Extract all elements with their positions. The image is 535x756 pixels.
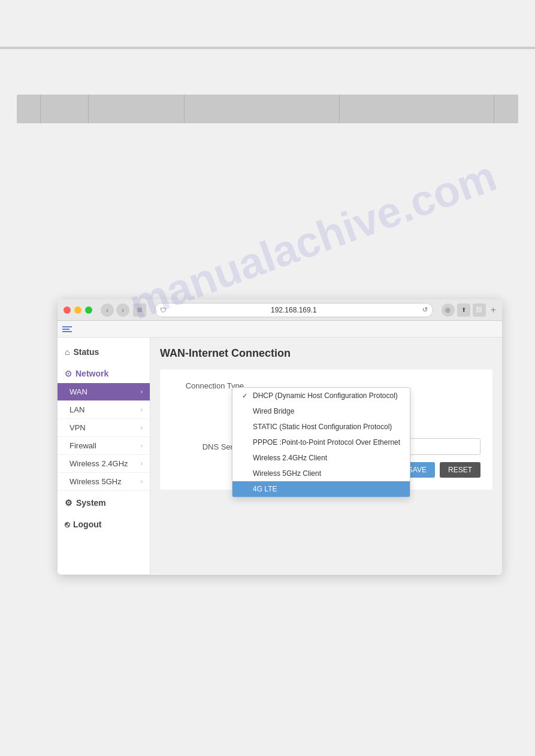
header-cell-2: [41, 95, 89, 123]
maximize-button[interactable]: [85, 306, 92, 314]
network-icon: ⊙: [65, 369, 72, 378]
reset-button[interactable]: RESET: [440, 462, 480, 478]
content-card: Connection Type ✓ DHCP (Dynamic Host Con…: [160, 369, 492, 490]
sidebar-system-label: System: [76, 498, 106, 508]
new-tab-button[interactable]: +: [491, 305, 496, 315]
sidebar-wireless24-arrow: ›: [141, 460, 143, 467]
bookmarks-button[interactable]: ⬜: [473, 303, 486, 317]
sidebar-status-label: Status: [73, 347, 99, 357]
header-cell-6: [494, 95, 518, 123]
header-cell-4: [185, 95, 340, 123]
dropdown-item-static[interactable]: STATIC (Static Host Configuration Protoc…: [232, 419, 410, 435]
minimize-button[interactable]: [74, 306, 81, 314]
sidebar-item-lan[interactable]: LAN ›: [58, 401, 150, 419]
browser-window: ‹ › ⊞ 🛡 192.168.169.1 ↺ ◎ ⬆ ⬜ +: [58, 299, 502, 575]
sidebar-item-vpn[interactable]: VPN ›: [58, 419, 150, 437]
sidebar-network-header[interactable]: ⊙ Network: [58, 364, 150, 383]
header-cell-1: [17, 95, 41, 123]
dropdown-container: ✓ DHCP (Dynamic Host Configuration Proto…: [232, 387, 410, 497]
dropdown-4glte-label: 4G LTE: [253, 485, 277, 493]
url-text: 192.168.169.1: [271, 306, 317, 314]
bookmark-line-1: [62, 326, 72, 327]
dropdown-item-wireless24[interactable]: Wireless 2.4GHz Client: [232, 450, 410, 466]
dropdown-item-pppoe[interactable]: PPPOE :Point-to-Point Protocol Over Ethe…: [232, 435, 410, 450]
sidebar-vpn-label: VPN: [69, 423, 86, 432]
reader-button[interactable]: ⊞: [133, 303, 146, 317]
header-bar: [17, 95, 518, 123]
dropdown-menu: ✓ DHCP (Dynamic Host Configuration Proto…: [232, 387, 410, 497]
dropdown-wireless24-label: Wireless 2.4GHz Client: [253, 454, 327, 462]
dropdown-pppoe-label: PPPOE :Point-to-Point Protocol Over Ethe…: [253, 438, 400, 447]
sidebar-wan-arrow: ›: [141, 388, 143, 395]
dropdown-item-4g-lte[interactable]: 4G LTE: [232, 481, 410, 497]
sidebar-network-label: Network: [75, 369, 108, 378]
bookmark-line-2: [62, 329, 69, 330]
app-content: ⌂ Status ⊙ Network WAN › LAN ›: [58, 338, 502, 574]
sidebar-logout-label: Logout: [73, 520, 101, 529]
sidebar-firewall-label: Firewall: [69, 441, 96, 450]
sidebar-header-logout[interactable]: ⎋ Logout: [58, 515, 150, 534]
close-button[interactable]: [64, 306, 71, 314]
bookmarks-bar: [58, 321, 502, 338]
forward-button[interactable]: ›: [116, 303, 129, 317]
bookmark-line-3: [62, 331, 72, 332]
dropdown-item-dhcp[interactable]: ✓ DHCP (Dynamic Host Configuration Proto…: [232, 388, 410, 403]
sidebar-item-firewall[interactable]: Firewall ›: [58, 437, 150, 455]
top-divider: [0, 47, 535, 49]
page-title: WAN-Internet Connection: [160, 347, 492, 360]
main-content: WAN-Internet Connection Connection Type …: [150, 338, 502, 574]
browser-actions: ◎ ⬆ ⬜ +: [442, 303, 496, 317]
header-cell-5: [340, 95, 495, 123]
sidebar-lan-label: LAN: [69, 405, 84, 414]
header-cell-3: [89, 95, 185, 123]
dropdown-item-wired-bridge[interactable]: Wired Bridge: [232, 403, 410, 419]
address-bar[interactable]: 🛡 192.168.169.1 ↺: [155, 303, 433, 317]
sidebar-section-status: ⌂ Status: [58, 342, 150, 362]
sidebar-item-wireless24[interactable]: Wireless 2.4GHz ›: [58, 455, 150, 473]
dropdown-dhcp-label: DHCP (Dynamic Host Configuration Protoco…: [253, 391, 398, 400]
logout-icon: ⎋: [65, 520, 69, 529]
dropdown-wired-bridge-label: Wired Bridge: [253, 407, 294, 415]
home-icon: ⌂: [65, 347, 69, 357]
sidebar-wireless5-label: Wireless 5GHz: [69, 477, 122, 486]
sidebar-item-wireless5[interactable]: Wireless 5GHz ›: [58, 473, 150, 491]
sidebar-section-logout: ⎋ Logout: [58, 515, 150, 534]
sidebar-wan-label: WAN: [69, 387, 87, 396]
shield-icon: 🛡: [160, 306, 167, 314]
browser-nav: ‹ ›: [101, 303, 129, 317]
sidebar-item-wan[interactable]: WAN ›: [58, 383, 150, 401]
sidebar-header-status[interactable]: ⌂ Status: [58, 342, 150, 362]
dropdown-wireless5-label: Wireless 5GHz Client: [253, 469, 321, 478]
bookmark-list-icon[interactable]: [62, 326, 72, 332]
dropdown-static-label: STATIC (Static Host Configuration Protoc…: [253, 423, 392, 431]
back-button[interactable]: ‹: [101, 303, 114, 317]
sidebar-header-system[interactable]: ⚙ System: [58, 493, 150, 512]
dropdown-item-wireless5[interactable]: Wireless 5GHz Client: [232, 466, 410, 481]
downloads-button[interactable]: ◎: [442, 303, 455, 317]
check-icon: ✓: [242, 392, 249, 400]
form-row-connection-type: Connection Type ✓ DHCP (Dynamic Host Con…: [172, 381, 480, 390]
browser-chrome: ‹ › ⊞ 🛡 192.168.169.1 ↺ ◎ ⬆ ⬜ +: [58, 299, 502, 321]
sidebar-wireless5-arrow: ›: [141, 478, 143, 485]
sidebar-firewall-arrow: ›: [141, 442, 143, 449]
sidebar-vpn-arrow: ›: [141, 424, 143, 431]
sidebar: ⌂ Status ⊙ Network WAN › LAN ›: [58, 338, 150, 574]
refresh-icon[interactable]: ↺: [422, 306, 428, 314]
sidebar-lan-arrow: ›: [141, 406, 143, 413]
system-icon: ⚙: [65, 498, 72, 508]
sidebar-section-network: ⊙ Network WAN › LAN › VPN › Firewall: [58, 364, 150, 491]
share-button[interactable]: ⬆: [457, 303, 470, 317]
sidebar-section-system: ⚙ System: [58, 493, 150, 512]
sidebar-wireless24-label: Wireless 2.4GHz: [69, 459, 128, 468]
